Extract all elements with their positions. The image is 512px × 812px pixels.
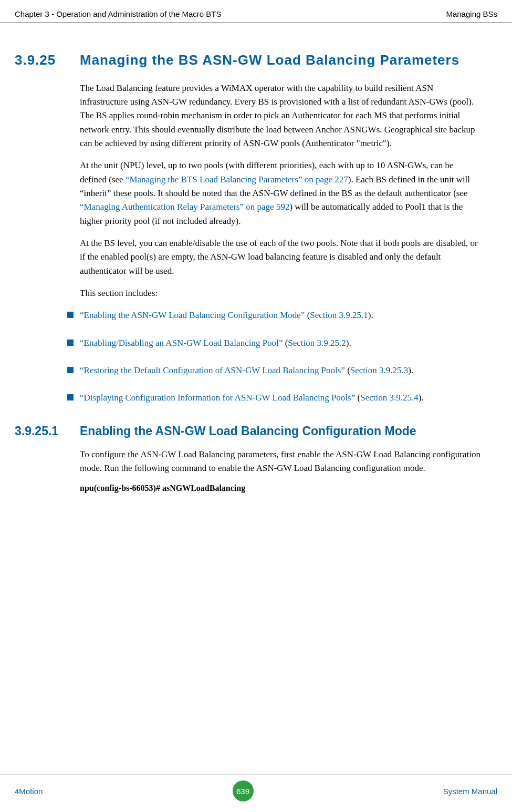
bullet-text: “Enabling the ASN-GW Load Balancing Conf… bbox=[80, 309, 373, 322]
section-title: Managing the BS ASN-GW Load Balancing Pa… bbox=[80, 52, 459, 69]
square-bullet-icon bbox=[67, 312, 74, 318]
bullet-text: “Displaying Configuration Information fo… bbox=[80, 391, 424, 405]
bullet-paren-open: ( bbox=[283, 338, 288, 348]
header-right: Managing BSs bbox=[446, 9, 497, 18]
command-line: npu(config-bs-66053)# asNGWLoadBalancing bbox=[80, 484, 480, 493]
paragraph-1: The Load Balancing feature provides a Wi… bbox=[80, 81, 480, 151]
bullet-section-link[interactable]: Section 3.9.25.2 bbox=[288, 338, 346, 348]
body-block: The Load Balancing feature provides a Wi… bbox=[80, 81, 480, 405]
list-item: “Enabling the ASN-GW Load Balancing Conf… bbox=[67, 309, 480, 322]
list-item: “Enabling/Disabling an ASN-GW Load Balan… bbox=[67, 336, 480, 350]
header-left: Chapter 3 - Operation and Administration… bbox=[15, 9, 222, 18]
link-bts-load-balancing[interactable]: “Managing the BTS Load Balancing Paramet… bbox=[126, 174, 348, 184]
bullet-link[interactable]: “Enabling/Disabling an ASN-GW Load Balan… bbox=[80, 338, 283, 348]
subsection-body: To configure the ASN-GW Load Balancing p… bbox=[80, 448, 480, 494]
bullet-paren-close: ). bbox=[419, 393, 424, 403]
bullet-link[interactable]: “Restoring the Default Configuration of … bbox=[80, 365, 345, 375]
bullet-section-link[interactable]: Section 3.9.25.4 bbox=[360, 393, 419, 403]
bullet-text: “Enabling/Disabling an ASN-GW Load Balan… bbox=[80, 336, 351, 350]
subsection-number: 3.9.25.1 bbox=[15, 424, 80, 438]
page-content: 3.9.25 Managing the BS ASN-GW Load Balan… bbox=[0, 23, 512, 493]
subsection-paragraph: To configure the ASN-GW Load Balancing p… bbox=[80, 448, 480, 476]
square-bullet-icon bbox=[67, 367, 74, 373]
bullet-section-link[interactable]: Section 3.9.25.1 bbox=[310, 310, 368, 320]
list-item: “Displaying Configuration Information fo… bbox=[67, 391, 480, 405]
bullet-paren-open: ( bbox=[345, 365, 350, 375]
list-item: “Restoring the Default Configuration of … bbox=[67, 364, 480, 377]
bullet-list: “Enabling the ASN-GW Load Balancing Conf… bbox=[80, 309, 480, 405]
bullet-link[interactable]: “Enabling the ASN-GW Load Balancing Conf… bbox=[80, 310, 305, 320]
bullet-paren-open: ( bbox=[305, 310, 310, 320]
bullet-paren-close: ). bbox=[408, 365, 413, 375]
subsection-title: Enabling the ASN-GW Load Balancing Confi… bbox=[80, 424, 416, 438]
link-auth-relay[interactable]: “Managing Authentication Relay Parameter… bbox=[80, 202, 289, 212]
footer-right: System Manual bbox=[443, 787, 497, 796]
bullet-paren-close: ). bbox=[346, 338, 351, 348]
square-bullet-icon bbox=[67, 340, 74, 346]
bullet-section-link[interactable]: Section 3.9.25.3 bbox=[350, 365, 409, 375]
square-bullet-icon bbox=[67, 394, 74, 400]
page-footer: 4Motion 639 System Manual bbox=[0, 775, 512, 801]
bullet-paren-open: ( bbox=[355, 393, 360, 403]
section-number: 3.9.25 bbox=[15, 52, 80, 68]
paragraph-2: At the unit (NPU) level, up to two pools… bbox=[80, 159, 480, 228]
bullet-text: “Restoring the Default Configuration of … bbox=[80, 364, 413, 377]
page-header: Chapter 3 - Operation and Administration… bbox=[0, 0, 512, 23]
bullet-paren-close: ). bbox=[368, 310, 373, 320]
subsection-heading: 3.9.25.1 Enabling the ASN-GW Load Balanc… bbox=[15, 424, 480, 438]
paragraph-4: This section includes: bbox=[80, 286, 480, 300]
paragraph-3: At the BS level, you can enable/disable … bbox=[80, 237, 480, 278]
section-heading: 3.9.25 Managing the BS ASN-GW Load Balan… bbox=[15, 52, 480, 69]
footer-left: 4Motion bbox=[15, 787, 43, 796]
bullet-link[interactable]: “Displaying Configuration Information fo… bbox=[80, 393, 355, 403]
page-number: 639 bbox=[233, 780, 254, 801]
